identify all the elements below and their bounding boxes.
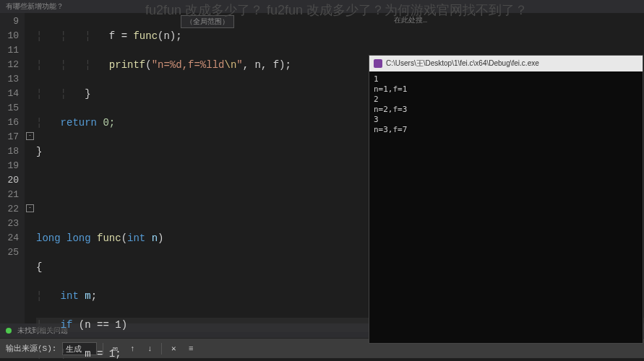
line-number[interactable]: 21	[0, 188, 19, 202]
console-line: 3	[374, 115, 638, 125]
whats-new-link[interactable]: 有哪些新增功能？	[6, 3, 64, 11]
line-number[interactable]: 9	[0, 14, 19, 29]
console-window[interactable]: C:\Users\王\Desktop\1\fei.c\x64\Debug\fei…	[369, 55, 643, 344]
console-output[interactable]: 1 n=1,f=1 2 n=2,f=3 3 n=3,f=7	[369, 71, 643, 138]
editor-main-area: （全局范围） 在此处搜… 9 10 11 12 13 14 15 16 17 1…	[0, 13, 644, 323]
line-number[interactable]: 10	[0, 29, 19, 43]
line-number[interactable]: 19	[0, 159, 19, 173]
line-number[interactable]: 22	[0, 202, 19, 217]
line-number[interactable]: 11	[0, 43, 19, 58]
console-line: n=3,f=7	[374, 125, 638, 135]
console-app-icon	[374, 59, 382, 68]
console-title: C:\Users\王\Desktop\1\fei.c\x64\Debug\fei…	[386, 58, 539, 69]
line-number[interactable]: 23	[0, 217, 19, 231]
console-line: n=1,f=1	[374, 84, 638, 95]
line-number[interactable]: 12	[0, 58, 19, 72]
fold-toggle-icon[interactable]: -	[26, 204, 34, 212]
line-number[interactable]: 25	[0, 245, 19, 260]
line-number-gutter: 9 10 11 12 13 14 15 16 17 18 19 20 21 22…	[0, 13, 25, 323]
line-number[interactable]: 18	[0, 144, 19, 159]
line-number[interactable]: 15	[0, 101, 19, 116]
scope-dropdown[interactable]: （全局范围）	[181, 15, 234, 28]
console-line: 2	[374, 95, 638, 105]
line-number[interactable]: 13	[0, 72, 19, 87]
console-line: 1	[374, 74, 638, 84]
minimap-search-hint: 在此处搜…	[394, 15, 427, 25]
line-number[interactable]: 14	[0, 87, 19, 101]
fold-toggle-icon[interactable]: -	[26, 132, 34, 140]
console-line: n=2,f=3	[374, 105, 638, 115]
top-info-bar: 有哪些新增功能？	[0, 0, 644, 13]
line-number[interactable]: 24	[0, 231, 19, 245]
console-titlebar[interactable]: C:\Users\王\Desktop\1\fei.c\x64\Debug\fei…	[369, 56, 643, 71]
line-number[interactable]: 16	[0, 116, 19, 130]
line-number[interactable]: 17	[0, 130, 19, 144]
line-number-current[interactable]: 20	[0, 173, 19, 188]
fold-column: - -	[25, 13, 36, 323]
status-ok-icon	[6, 328, 12, 334]
